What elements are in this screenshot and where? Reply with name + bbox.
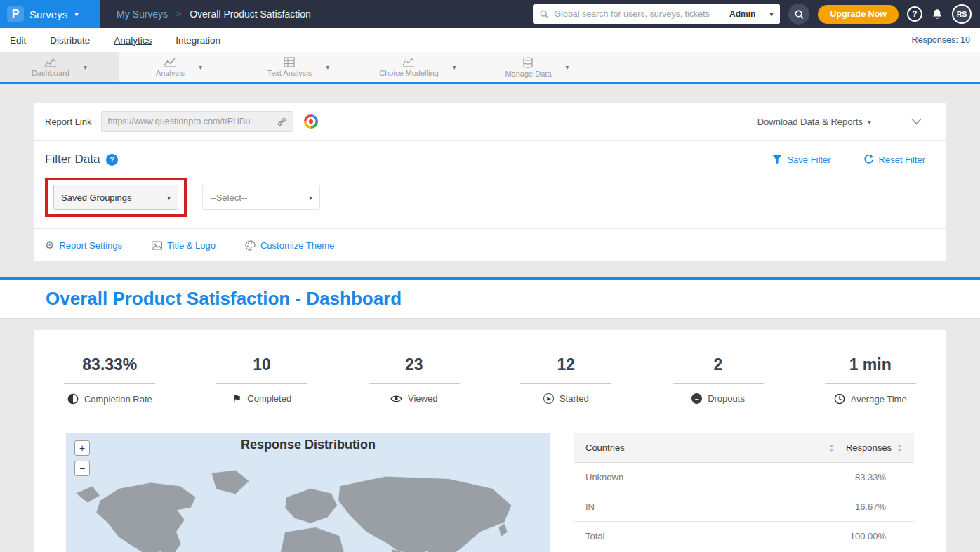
database-icon — [522, 57, 534, 68]
zoom-in-button[interactable]: + — [74, 440, 90, 456]
chevron-down-icon: ▾ — [769, 11, 773, 18]
stat-label: Viewed — [408, 393, 437, 404]
stat-label: Completion Rate — [84, 394, 152, 405]
table-row: Total 100.00% — [574, 522, 914, 551]
link-icon — [277, 117, 287, 127]
tab-manage-data[interactable]: Manage Data ▾ — [477, 52, 597, 82]
minus-circle-icon: − — [691, 393, 702, 404]
search-scope-dropdown[interactable]: ▾ — [762, 4, 780, 24]
reset-filter-button[interactable]: Reset Filter — [863, 155, 925, 165]
chevron-down-icon[interactable]: ▾ — [84, 63, 87, 71]
report-filter-card: Report Link https://www.questionpro.com/… — [34, 103, 946, 261]
responses-cell: 100.00% — [850, 531, 903, 541]
topbar: P Surveys ▾ My Surveys > Overall Product… — [0, 0, 980, 28]
breadcrumb-separator: > — [176, 9, 181, 19]
nav-item-edit[interactable]: Edit — [10, 35, 26, 46]
filter-data-section: Filter Data ? Save Filter Reset Filter — [34, 141, 946, 228]
clock-icon — [834, 393, 845, 405]
stat-viewed: 23 Viewed — [338, 355, 490, 405]
nav-item-distribute[interactable]: Distribute — [50, 35, 90, 46]
tab-text-analysis[interactable]: Text Analysis ▾ — [239, 52, 358, 82]
google-icon[interactable] — [303, 114, 319, 129]
dashboard-chart-icon — [44, 57, 57, 67]
report-settings-row: ⚙ Report Settings Title & Logo Customize… — [34, 229, 946, 261]
stat-label: Completed — [247, 393, 291, 404]
save-filter-button[interactable]: Save Filter — [772, 155, 830, 165]
responses-column-header[interactable]: Responses — [846, 442, 892, 453]
chevron-down-icon[interactable]: ▾ — [326, 63, 329, 71]
tab-analysis[interactable]: Analysis ▾ — [119, 52, 239, 82]
stat-label: Average Time — [851, 394, 907, 405]
annotation-highlight-box: Saved Groupings ▾ — [45, 178, 187, 217]
responses-cell: 16.67% — [855, 501, 903, 512]
nav-item-analytics[interactable]: Analytics — [114, 35, 152, 46]
nav-item-integration[interactable]: Integration — [176, 35, 220, 46]
page-title: Overall Product Satisfaction - Dashboard — [46, 288, 402, 310]
search-scope-admin[interactable]: Admin — [723, 9, 762, 19]
questionpro-logo: P — [7, 6, 24, 22]
responses-count[interactable]: Responses: 10 — [912, 35, 970, 45]
user-avatar[interactable]: RS — [952, 4, 972, 24]
search-icon — [794, 9, 804, 20]
stat-dropouts: 2 − Dropouts — [642, 355, 795, 405]
report-link-input[interactable]: https://www.questionpro.com/t/PHBu — [101, 111, 293, 132]
world-map[interactable] — [66, 459, 550, 552]
surveys-product-menu[interactable]: P Surveys ▾ — [0, 0, 100, 28]
chevron-down-icon[interactable]: ▾ — [453, 63, 456, 71]
stats-row: 83.33% Completion Rate 10 ⚑ Completed 23… — [34, 355, 946, 405]
breadcrumb-my-surveys[interactable]: My Surveys — [117, 8, 168, 20]
customize-theme-link[interactable]: Customize Theme — [245, 240, 334, 251]
advanced-search-button[interactable] — [788, 4, 809, 25]
country-cell: Total — [585, 531, 604, 541]
choice-modelling-chart-icon — [402, 57, 415, 67]
countries-table-header: Countries Responses — [574, 433, 914, 463]
response-distribution-map: Response Distribution + − — [66, 433, 550, 552]
analytics-tabs: Dashboard ▾ Analysis ▾ Text Analysis ▾ C… — [0, 52, 980, 84]
stat-completed: 10 ⚑ Completed — [186, 355, 338, 405]
sort-icon[interactable] — [896, 444, 903, 452]
countries-table: Countries Responses Unknown 83.33% IN — [574, 433, 914, 552]
chevron-down-icon[interactable]: ▾ — [199, 63, 202, 71]
text-analysis-grid-icon — [284, 57, 295, 67]
upgrade-now-button[interactable]: Upgrade Now — [818, 5, 899, 24]
dashboard-title-band: Overall Product Satisfaction - Dashboard — [0, 280, 980, 319]
chevron-down-icon: ▾ — [309, 194, 312, 202]
table-row: IN 16.67% — [574, 492, 914, 522]
grouping-select-dropdown[interactable]: --Select-- ▾ — [202, 185, 320, 210]
image-icon — [152, 241, 162, 250]
notifications-bell-icon[interactable] — [931, 8, 943, 20]
global-search: Admin ▾ — [533, 4, 780, 24]
responses-cell: 83.33% — [855, 472, 903, 482]
saved-groupings-dropdown[interactable]: Saved Groupings ▾ — [53, 185, 178, 210]
play-circle-icon: ▶ — [543, 393, 554, 404]
stat-completion-rate: 83.33% Completion Rate — [34, 355, 186, 405]
tab-choice-modelling[interactable]: Choice Modelling ▾ — [358, 52, 477, 82]
table-row: Unknown 83.33% — [574, 463, 914, 492]
global-search-input[interactable] — [554, 9, 723, 19]
chevron-down-icon: ▾ — [167, 194, 171, 202]
country-cell: Unknown — [585, 472, 623, 482]
tab-dashboard[interactable]: Dashboard ▾ — [0, 52, 119, 82]
title-logo-link[interactable]: Title & Logo — [152, 240, 216, 251]
completion-rate-icon — [67, 393, 79, 405]
dashboard-stats-card: 83.33% Completion Rate 10 ⚑ Completed 23… — [34, 330, 946, 552]
refresh-icon — [863, 155, 874, 165]
report-settings-link[interactable]: ⚙ Report Settings — [45, 239, 122, 251]
analysis-chart-icon — [164, 57, 176, 67]
countries-column-header[interactable]: Countries — [585, 442, 625, 453]
eye-icon — [390, 395, 402, 403]
help-button[interactable]: ? — [907, 6, 922, 22]
report-link-label: Report Link — [45, 117, 91, 127]
filter-help-icon[interactable]: ? — [106, 154, 118, 166]
map-title: Response Distribution — [66, 433, 550, 452]
chevron-down-icon[interactable]: ▾ — [566, 63, 569, 71]
download-data-reports-menu[interactable]: Download Data & Reports ▾ — [757, 117, 871, 127]
product-name: Surveys — [29, 8, 67, 20]
gear-icon: ⚙ — [45, 239, 54, 251]
report-link-url: https://www.questionpro.com/t/PHBu — [107, 117, 272, 126]
collapse-panel-chevron[interactable] — [911, 117, 922, 126]
stat-label: Dropouts — [708, 393, 745, 404]
stat-label: Started — [559, 393, 589, 404]
breadcrumb-current-survey: Overall Product Satisfaction — [190, 8, 311, 20]
sort-icon[interactable] — [828, 444, 835, 452]
